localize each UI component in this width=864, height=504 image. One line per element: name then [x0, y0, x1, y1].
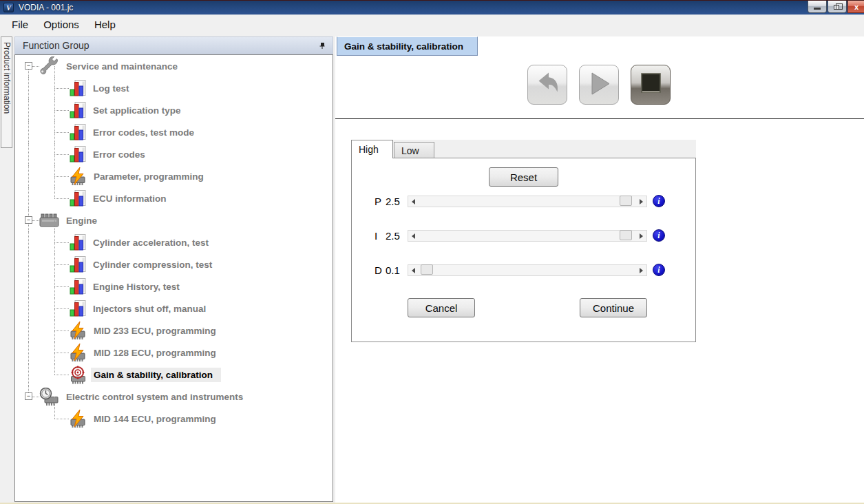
slider-thumb[interactable] [620, 196, 632, 206]
restore-button[interactable] [828, 1, 847, 13]
minimize-icon [814, 8, 821, 10]
slider-left-arrow[interactable] [408, 265, 419, 275]
toolbar [527, 65, 671, 105]
engine-icon [39, 211, 60, 229]
menu-file[interactable]: File [4, 17, 36, 32]
function-group-title: Function Group [23, 40, 89, 51]
title-bar: V VODIA - 001.jc x [0, 0, 864, 15]
slider-thumb[interactable] [421, 264, 433, 275]
minimize-button[interactable] [808, 1, 827, 13]
tree-item-label: MID 144 ECU, programming [94, 414, 216, 424]
tree-item[interactable]: − Service and maintenance [15, 55, 333, 77]
tree-item[interactable]: Gain & stability, calibration [15, 364, 333, 386]
play-button[interactable] [579, 65, 619, 105]
tree-item[interactable]: Set application type [15, 99, 333, 121]
stop-button[interactable] [631, 65, 671, 105]
slider-value: 2.5 [386, 230, 400, 242]
tree-item[interactable]: MID 128 ECU, programming [15, 342, 333, 364]
slider-right-arrow[interactable] [636, 265, 646, 275]
close-button[interactable]: x [847, 1, 864, 13]
tree-item[interactable]: MID 233 ECU, programming [15, 319, 333, 342]
tree-item-label: Error codes [93, 149, 145, 160]
tab-high[interactable]: High [351, 140, 393, 158]
menu-options[interactable]: Options [36, 17, 87, 32]
menu-help[interactable]: Help [87, 17, 123, 32]
test-icon [69, 145, 87, 164]
tree-expander[interactable]: − [25, 216, 32, 224]
pin-icon[interactable] [318, 41, 326, 50]
test-icon [69, 123, 87, 142]
tree-item-label: Log test [93, 83, 129, 94]
slider-right-arrow[interactable] [636, 231, 646, 241]
tab-gain-stability-calibration[interactable]: Gain & stability, calibration [337, 36, 478, 56]
back-button[interactable] [527, 65, 567, 105]
slider-row: D 0.1 i [352, 264, 695, 277]
function-group-tree: − Service and maintenance Log test Set a… [14, 54, 333, 502]
function-group-panel: Function Group − Service and maintenance… [13, 33, 334, 504]
info-icon[interactable]: i [653, 229, 665, 242]
high-low-tabstrip: HighLow [351, 140, 696, 158]
tree-item[interactable]: − Electric control system and instrument… [15, 386, 333, 408]
wrench-icon [39, 56, 60, 76]
tree-item-label: Parameter, programming [94, 171, 204, 182]
tree-item-label: Error codes, test mode [93, 127, 194, 138]
tree-expander[interactable]: − [25, 392, 32, 400]
info-icon[interactable]: i [653, 195, 665, 207]
tree-item[interactable]: Injectors shut off, manual [15, 297, 333, 319]
slider-row: I 2.5 i [352, 230, 695, 242]
tree-item-label: Engine History, test [93, 282, 180, 292]
slider-row: P 2.5 i [352, 196, 695, 208]
stop-icon [638, 71, 664, 99]
tab-low[interactable]: Low [394, 142, 434, 158]
tree-item[interactable]: ECU information [15, 187, 333, 209]
slider-left-arrow[interactable] [408, 231, 419, 241]
menu-bar: FileOptionsHelp [0, 16, 864, 33]
function-group-header: Function Group [14, 36, 333, 54]
tree-item[interactable]: − Engine [15, 209, 333, 231]
tree-item[interactable]: Cylinder acceleration, test [15, 231, 333, 253]
slider-value: 2.5 [386, 196, 400, 207]
tree-item[interactable]: MID 144 ECU, programming [15, 408, 333, 430]
programming-icon [69, 167, 87, 186]
work-area: Gain & stability, calibration HighLow Re… [335, 33, 864, 504]
cancel-button[interactable]: Cancel [408, 298, 475, 317]
slider-track[interactable] [419, 196, 636, 207]
tree-item-label: Set application type [93, 105, 181, 116]
tree-item[interactable]: Parameter, programming [15, 165, 333, 187]
tree-item[interactable]: Error codes, test mode [15, 121, 333, 143]
slider[interactable] [408, 230, 647, 242]
slider[interactable] [408, 196, 647, 207]
tree-item-label: Electric control system and instruments [66, 392, 243, 402]
slider-thumb[interactable] [620, 230, 632, 240]
test-icon [69, 300, 87, 318]
toolbar-separator [335, 118, 864, 119]
tree-expander[interactable]: − [25, 62, 32, 70]
calibration-group-box: Reset P 2.5 i I 2.5 i D 0.1 [351, 158, 696, 342]
window-title: VODIA - 001.jc [19, 3, 73, 12]
tree-item[interactable]: Error codes [15, 143, 333, 165]
slider-label: D [375, 264, 382, 276]
test-icon [69, 255, 87, 274]
back-arrow-icon [534, 70, 560, 99]
slider-track[interactable] [419, 265, 636, 275]
tree-item[interactable]: Log test [15, 77, 333, 99]
play-icon [587, 71, 612, 99]
tree-item-label: Service and maintenance [66, 61, 178, 72]
vodia-logo-icon: V [3, 3, 14, 12]
slider-left-arrow[interactable] [408, 196, 419, 207]
tree-item[interactable]: Engine History, test [15, 275, 333, 297]
info-icon[interactable]: i [653, 264, 665, 276]
tree-item-label: Cylinder acceleration, test [93, 238, 209, 248]
tree-item-label: Gain & stability, calibration [91, 368, 221, 382]
continue-button[interactable]: Continue [580, 298, 647, 317]
slider[interactable] [408, 264, 647, 276]
tree-item[interactable]: Cylinder compression, test [15, 253, 333, 275]
tab-product-information[interactable]: Product information [1, 36, 12, 148]
programming-icon [69, 344, 87, 362]
slider-right-arrow[interactable] [636, 196, 646, 207]
reset-button[interactable]: Reset [489, 167, 558, 187]
tree-item-label: Injectors shut off, manual [93, 304, 206, 314]
restore-icon [834, 5, 839, 10]
programming-icon [69, 322, 87, 340]
slider-track[interactable] [419, 231, 636, 241]
